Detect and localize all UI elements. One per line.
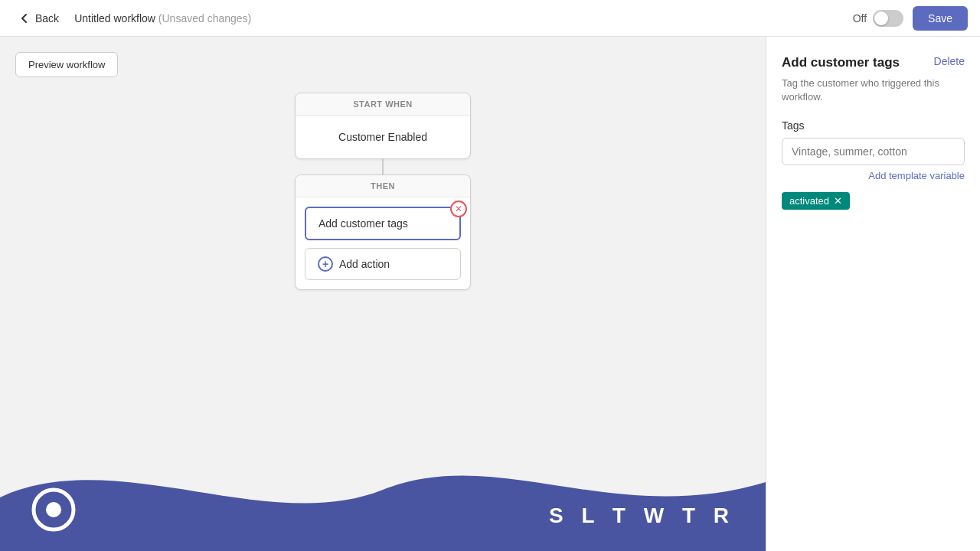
- action-item-add-customer-tags[interactable]: Add customer tags ✕: [305, 207, 461, 240]
- sidebar-title: Add customer tags: [782, 55, 900, 70]
- footer-logo-icon: [31, 487, 77, 533]
- add-template-variable-link[interactable]: Add template variable: [782, 170, 965, 181]
- toggle-thumb: [874, 11, 888, 25]
- back-arrow-icon: [18, 12, 31, 24]
- svg-point-1: [46, 502, 61, 517]
- footer: S L T W T R: [0, 436, 766, 551]
- start-when-body: Customer Enabled: [296, 116, 470, 158]
- sidebar-description: Tag the customer who triggered this work…: [782, 77, 965, 104]
- then-node: THEN Add customer tags ✕ + Add action: [295, 174, 471, 290]
- workflow-title: Untitled workflow (Unsaved changes): [74, 12, 251, 24]
- back-label: Back: [35, 12, 59, 24]
- footer-brand-text: S L T W T R: [549, 504, 735, 528]
- connector-line: [382, 159, 384, 174]
- tags-list: activated✕: [782, 192, 965, 210]
- remove-tag-button[interactable]: ✕: [834, 196, 842, 206]
- plus-icon: +: [318, 256, 333, 272]
- workflow-nodes: START WHEN Customer Enabled THEN Add cus…: [15, 93, 750, 290]
- add-action-label: Add action: [339, 258, 390, 270]
- remove-action-button[interactable]: ✕: [450, 201, 467, 217]
- sidebar: Add customer tags Delete Tag the custome…: [766, 37, 980, 551]
- then-header: THEN: [296, 175, 470, 197]
- wave-svg: [0, 436, 766, 551]
- tag-value: activated: [789, 195, 829, 207]
- delete-link[interactable]: Delete: [934, 55, 965, 67]
- toggle-label: Off: [853, 12, 867, 24]
- tags-label: Tags: [782, 119, 965, 132]
- workflow-canvas: Preview workflow START WHEN Customer Ena…: [0, 37, 766, 551]
- action-item-label: Add customer tags: [318, 217, 408, 230]
- header: Back Untitled workflow (Unsaved changes)…: [0, 0, 980, 37]
- tags-input[interactable]: [782, 138, 965, 165]
- svg-point-0: [34, 490, 74, 530]
- tag-chip: activated✕: [782, 192, 850, 210]
- start-when-node[interactable]: START WHEN Customer Enabled: [295, 93, 471, 159]
- sidebar-top: Add customer tags Delete: [782, 55, 965, 70]
- workflow-toggle[interactable]: [873, 10, 903, 27]
- start-when-header: START WHEN: [296, 93, 470, 116]
- back-button[interactable]: Back: [12, 9, 65, 28]
- preview-workflow-button[interactable]: Preview workflow: [15, 52, 118, 77]
- add-action-button[interactable]: + Add action: [305, 248, 461, 280]
- toggle-container: Off: [853, 10, 903, 27]
- main-layout: Preview workflow START WHEN Customer Ena…: [0, 37, 980, 551]
- save-button[interactable]: Save: [913, 6, 968, 31]
- footer-logo: [31, 487, 77, 536]
